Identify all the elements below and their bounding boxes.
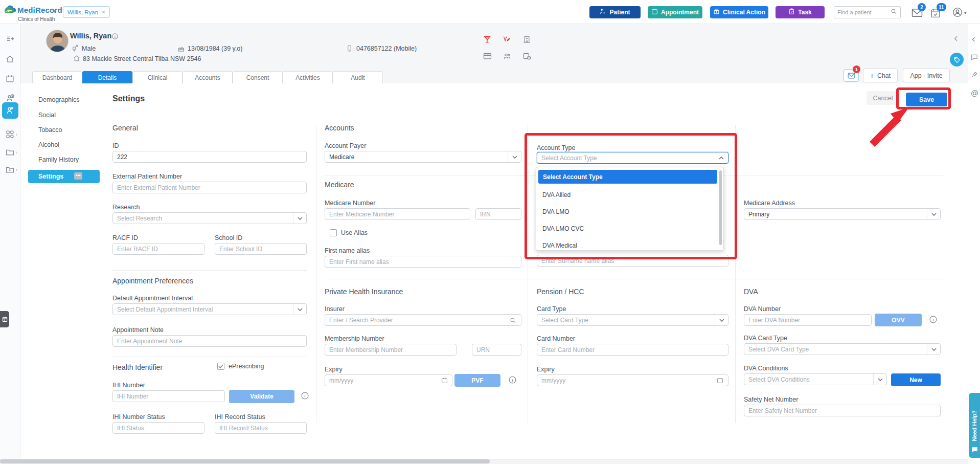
irn-input[interactable] [475,208,521,220]
option-dva-medical[interactable]: DVA Medical [542,242,577,249]
tab-accounts[interactable]: Accounts [183,71,233,84]
app-invite-button[interactable]: App - Invite [903,69,950,82]
appointment-history-icon[interactable] [523,52,531,62]
sidebar-item-tobacco[interactable]: Tobacco [38,126,62,134]
card-number-input[interactable] [537,344,728,356]
mention-icon[interactable]: @ [971,89,978,97]
chat-button[interactable]: + Chat [863,69,898,82]
folder-nav-icon[interactable] [6,148,14,158]
use-alias-checkbox-row[interactable]: Use Alias [330,229,368,236]
dva-conditions-select[interactable]: Select DVA Conditions [744,373,887,385]
expand-menu-icon[interactable] [6,35,15,46]
membership-number-input[interactable] [325,344,457,356]
appointment-interval-select[interactable]: Select Default Appointment Interval [112,303,307,315]
calendar-icon[interactable] [717,377,723,386]
use-alias-checkbox[interactable] [330,229,337,236]
sidebar-item-social[interactable]: Social [38,112,56,119]
info-icon[interactable] [111,33,119,42]
ihi-record-status-input[interactable] [215,422,307,434]
card-type-select[interactable]: Select Card Type [537,314,728,326]
vaccination-flag-icon[interactable] [503,35,511,46]
new-dva-condition-button[interactable]: New [891,373,941,386]
option-dva-lmo-cvc[interactable]: DVA LMO CVC [542,225,584,232]
folder-add-nav-icon[interactable] [6,166,14,175]
ovv-button[interactable]: OVV [875,314,922,326]
payment-card-icon[interactable] [483,53,492,62]
dva-number-input[interactable] [744,314,872,326]
ihi-number-status-input[interactable] [112,422,204,434]
info-icon[interactable] [929,315,938,326]
info-icon[interactable] [508,375,517,386]
pension-expiry-input[interactable] [537,374,728,386]
tab-details[interactable]: Details [82,71,132,84]
linked-contacts-icon[interactable] [503,52,511,62]
insurer-input[interactable] [325,314,521,326]
medirecords-logo[interactable]: MediRecords ▾ Clinics of Health [4,4,65,21]
eprescribing-checkbox-row[interactable]: ePrescribing [217,363,264,370]
open-patient-tab[interactable]: Willis, Ryan × [63,6,110,18]
patients-nav-icon-active[interactable] [2,102,18,119]
pvf-button[interactable]: PVF [454,374,500,387]
eprescribing-checkbox[interactable] [217,363,224,370]
info-icon[interactable] [301,391,309,402]
account-icon[interactable] [952,7,963,19]
search-input[interactable] [837,9,891,15]
find-patient-search[interactable] [834,6,901,18]
option-select-account-type[interactable]: Select Account Type [538,170,717,184]
school-id-input[interactable] [215,243,307,255]
appointment-note-input[interactable] [112,335,307,347]
collapse-content-icon[interactable] [953,35,960,44]
calendar-icon[interactable] [441,377,448,386]
tab-clinical[interactable]: Clinical [132,71,183,84]
close-icon[interactable]: × [102,9,105,16]
safety-net-number-input[interactable] [744,405,941,416]
account-payer-select[interactable]: Medicare [325,151,521,163]
collapse-panel-icon[interactable] [971,35,977,45]
account-chevron-down-icon[interactable]: ▾ [964,10,967,15]
validate-button[interactable]: Validate [229,390,294,403]
appointment-button[interactable]: Appointment [648,6,702,18]
home-nav-icon[interactable] [6,55,14,65]
surname-alias-input[interactable] [537,255,728,267]
calendar-nav-icon[interactable] [6,74,14,85]
horizontal-scrollbar-thumb[interactable] [0,459,490,463]
urn-input[interactable] [472,344,521,356]
tab-consent[interactable]: Consent [233,71,283,84]
cancel-button[interactable]: Cancel [867,91,899,105]
tab-audit[interactable]: Audit [333,71,383,84]
task-button[interactable]: Task [776,6,825,18]
save-button[interactable]: Save [906,93,947,106]
tab-dashboard[interactable]: Dashboard [32,71,82,84]
medicare-address-select[interactable]: Primary [744,208,941,220]
apps-nav-icon[interactable] [6,130,14,141]
id-input[interactable] [112,151,307,163]
option-dva-lmo[interactable]: DVA LMO [542,208,569,215]
sidebar-item-alcohol[interactable]: Alcohol [38,141,59,148]
panel-handle[interactable] [0,311,9,327]
dva-card-type-select[interactable]: Select DVA Card Type [744,343,941,355]
alcohol-flag-icon[interactable] [483,35,491,46]
patient-avatar[interactable] [46,30,69,52]
dropdown-scrollbar[interactable] [719,170,722,245]
external-patient-number-input[interactable] [112,182,307,193]
clinical-action-button[interactable]: Clinical Action [710,6,768,18]
account-type-select[interactable]: Select Account Type [537,152,728,164]
pin-icon[interactable] [971,71,978,80]
chat-bubble-icon[interactable] [971,54,978,63]
sidebar-item-settings-active[interactable]: Settings [28,170,100,183]
patient-button[interactable]: Patient [589,6,641,18]
ihi-number-input[interactable] [112,390,225,402]
tab-activities[interactable]: Activities [283,71,333,84]
research-select[interactable]: Select Research [112,212,307,224]
collapsed-panel-handle[interactable]: ••• [74,172,82,180]
first-name-alias-input[interactable] [325,256,521,268]
logo-chevron-down-icon[interactable]: ▾ [53,8,56,14]
phi-expiry-input[interactable] [325,374,452,386]
sidebar-item-demographics[interactable]: Demographics [38,96,80,103]
sidebar-item-family-history[interactable]: Family History [38,156,79,163]
tag-badge-icon[interactable] [950,53,964,67]
medicare-number-input[interactable] [325,208,470,220]
search-icon[interactable] [510,317,516,326]
option-dva-allied[interactable]: DVA Allied [542,191,571,198]
need-help-tab[interactable]: Need Help? [969,393,980,458]
